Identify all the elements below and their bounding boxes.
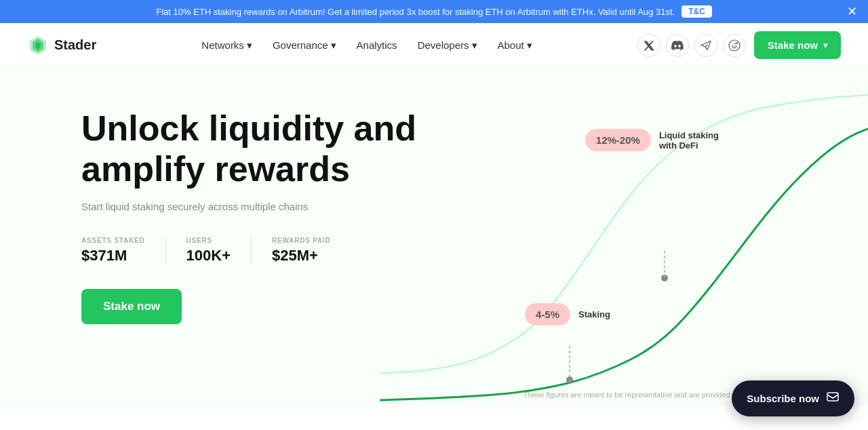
nav-about[interactable]: About ▾	[490, 34, 540, 57]
stat-users: USERS 100K+	[186, 237, 252, 265]
stat-assets-label: ASSETS STAKED	[81, 237, 145, 244]
navbar: Stader Networks ▾ Governance ▾ Analytics…	[0, 23, 868, 68]
stat-assets-staked: ASSETS STAKED $371M	[81, 237, 166, 265]
stat-rewards-label: REWARDS PAID	[272, 237, 331, 244]
discord-icon[interactable]	[666, 34, 689, 57]
hero-content: Unlock liquidity and amplify rewards Sta…	[81, 109, 475, 324]
stat-assets-value: $371M	[81, 247, 145, 265]
banner-close-button[interactable]: ✕	[847, 5, 857, 18]
stat-rewards: REWARDS PAID $25M+	[272, 237, 351, 265]
hero-title: Unlock liquidity and amplify rewards	[81, 109, 475, 190]
chevron-down-icon: ▾	[527, 39, 532, 52]
staking-text-label: Staking	[578, 309, 610, 319]
nav-governance[interactable]: Governance ▾	[264, 34, 344, 57]
tc-button[interactable]: T&C	[682, 5, 712, 18]
nav-developers[interactable]: Developers ▾	[410, 34, 486, 57]
chevron-down-icon: ▾	[247, 39, 252, 52]
twitter-icon[interactable]	[637, 34, 660, 57]
defi-text-label: Liquid stakingwith DeFi	[659, 130, 719, 151]
stats-row: ASSETS STAKED $371M USERS 100K+ REWARDS …	[81, 237, 475, 265]
chevron-down-icon: ▾	[331, 39, 336, 52]
stat-users-label: USERS	[186, 237, 231, 244]
svg-point-3	[729, 40, 740, 51]
staking-callout: 4-5% Staking	[525, 303, 610, 326]
telegram-icon[interactable]	[694, 34, 717, 57]
logo-icon	[27, 35, 49, 56]
staking-percent-label: 4-5%	[525, 303, 570, 326]
stat-users-value: 100K+	[186, 247, 231, 265]
nav-right: Stake now ▾	[637, 31, 841, 59]
stat-rewards-value: $25M+	[272, 247, 331, 265]
hero-section: 12%-20% Liquid stakingwith DeFi 4-5% Sta…	[0, 68, 868, 407]
svg-point-6	[736, 42, 738, 43]
banner-text: Flat 10% ETH staking rewards on Arbitrum…	[156, 7, 675, 17]
svg-rect-12	[827, 393, 838, 401]
stake-now-nav-button[interactable]: Stake now ▾	[754, 31, 841, 59]
reddit-icon[interactable]	[723, 34, 746, 57]
svg-point-5	[735, 45, 736, 46]
subscribe-now-button[interactable]: Subscribe now	[732, 380, 854, 416]
defi-percent-label: 12%-20%	[585, 129, 651, 151]
svg-line-7	[734, 43, 736, 44]
top-banner: Flat 10% ETH staking rewards on Arbitrum…	[0, 0, 868, 23]
nav-links: Networks ▾ Governance ▾ Analytics Develo…	[193, 34, 540, 57]
social-icons	[637, 34, 746, 57]
logo-text: Stader	[54, 37, 96, 53]
logo[interactable]: Stader	[27, 35, 96, 56]
defi-callout: 12%-20% Liquid stakingwith DeFi	[585, 129, 719, 151]
svg-point-4	[732, 45, 733, 46]
chevron-down-icon: ▾	[472, 39, 477, 52]
hero-subtitle: Start liquid staking securely across mul…	[81, 201, 475, 212]
stake-now-hero-button[interactable]: Stake now	[81, 289, 182, 324]
subscribe-icon	[826, 390, 840, 407]
subscribe-label: Subscribe now	[747, 393, 819, 404]
nav-networks[interactable]: Networks ▾	[193, 34, 260, 57]
nav-analytics[interactable]: Analytics	[349, 34, 406, 56]
chevron-down-icon: ▾	[823, 41, 827, 50]
